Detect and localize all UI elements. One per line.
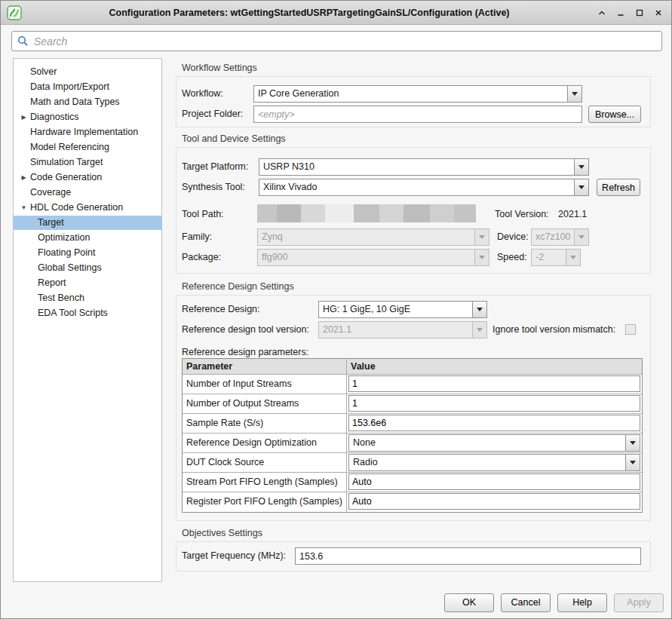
sidebar-item-eda-tool-scripts[interactable]: EDA Tool Scripts (14, 306, 161, 320)
sidebar-item-label: Coverage (30, 185, 71, 200)
sidebar-item-label: Hardware Implementation (30, 125, 138, 139)
apply-button: Apply (614, 593, 664, 612)
dropdown-arrow-icon[interactable] (574, 159, 588, 175)
reference-design-dropdown-value: HG: 1 GigE, 10 GigE (319, 302, 472, 317)
sidebar-item-solver[interactable]: Solver (14, 65, 161, 79)
table-row: Register Port FIFO Length (Samples) (183, 492, 642, 512)
parameter-name: Register Port FIFO Length (Samples) (183, 492, 347, 512)
sidebar-item-code-generation[interactable]: ▶Code Generation (14, 170, 161, 185)
reference-design-label: Reference Design: (182, 301, 260, 318)
reference-design-parameters-table: Parameter Value Number of Input Streams … (182, 358, 643, 513)
synthesis-tool-dropdown[interactable]: Xilinx Vivado (259, 179, 589, 196)
family-dropdown: Zynq (257, 228, 489, 246)
ignore-tool-version-mismatch-label: Ignore tool version mismatch: (492, 321, 615, 339)
sidebar-item-model-referencing[interactable]: Model Referencing (14, 140, 161, 155)
tool-version-label: Tool Version: (495, 209, 549, 219)
package-dropdown-value: ffg900 (258, 250, 474, 265)
dropdown-arrow-icon[interactable] (567, 86, 581, 102)
workflow-dropdown[interactable]: IP Core Generation (253, 85, 582, 103)
reference-design-optimization-value: None (349, 435, 625, 451)
dropdown-arrow-icon (472, 322, 486, 338)
ok-button[interactable]: OK (444, 593, 494, 612)
expander-collapsed-icon[interactable]: ▶ (19, 110, 29, 124)
title-bar: Configuration Parameters: wtGettingStart… (1, 1, 671, 25)
package-label: Package: (182, 249, 221, 266)
sidebar-item-optimization[interactable]: Optimization (14, 231, 161, 245)
sidebar-item-label: Solver (30, 65, 57, 79)
sidebar-item-floating-point[interactable]: Floating Point (14, 246, 161, 260)
minimize-window-icon[interactable] (615, 8, 626, 18)
target-platform-dropdown[interactable]: USRP N310 (259, 158, 589, 176)
speed-dropdown: -2 (531, 249, 581, 266)
sidebar-item-label: Global Settings (38, 261, 102, 275)
family-dropdown-value: Zynq (258, 229, 474, 245)
sidebar-item-label: Test Bench (38, 291, 84, 305)
sidebar-item-label: Optimization (38, 231, 90, 245)
table-row: Number of Output Streams (183, 394, 642, 414)
parameter-name: Number of Output Streams (183, 394, 347, 413)
shade-window-icon[interactable] (597, 8, 607, 18)
sidebar-item-test-bench[interactable]: Test Bench (14, 291, 161, 305)
table-row: Number of Input Streams (183, 375, 642, 394)
sidebar-item-label: Floating Point (38, 246, 95, 260)
reference-design-optimization-dropdown[interactable]: None (348, 434, 640, 452)
parameter-name: Sample Rate (S/s) (183, 414, 347, 433)
expander-collapsed-icon[interactable]: ▶ (19, 170, 29, 185)
search-input[interactable] (29, 35, 661, 47)
workflow-dropdown-value: IP Core Generation (254, 86, 567, 102)
dropdown-arrow-icon[interactable] (472, 302, 486, 317)
device-dropdown: xc7z100 (531, 228, 589, 246)
sidebar-item-diagnostics[interactable]: ▶Diagnostics (14, 110, 161, 124)
dropdown-arrow-icon (474, 250, 489, 265)
project-folder-input[interactable] (253, 106, 582, 123)
sample-rate-input[interactable] (348, 415, 640, 431)
sidebar-item-hardware-implementation[interactable]: Hardware Implementation (14, 125, 161, 139)
refresh-button[interactable]: Refresh (597, 179, 640, 196)
stream-port-fifo-length-input[interactable] (348, 473, 640, 490)
target-platform-dropdown-value: USRP N310 (259, 159, 574, 175)
sidebar-item-label: Math and Data Types (30, 95, 120, 109)
sidebar-item-simulation-target[interactable]: Simulation Target (14, 155, 161, 170)
close-window-icon[interactable] (653, 8, 664, 18)
help-button[interactable]: Help (557, 593, 607, 612)
speed-label: Speed: (497, 249, 527, 266)
simulink-app-icon (7, 5, 22, 20)
synthesis-tool-label: Synthesis Tool: (182, 179, 245, 196)
target-frequency-label: Target Frequency (MHz): (182, 547, 286, 565)
dropdown-arrow-icon (574, 229, 588, 245)
dropdown-arrow-icon[interactable] (625, 435, 640, 451)
sidebar-item-data-import-export[interactable]: Data Import/Export (14, 80, 161, 94)
expander-expanded-icon[interactable]: ▼ (19, 201, 29, 215)
window-title: Configuration Parameters: wtGettingStart… (22, 8, 597, 18)
table-header-parameter: Parameter (183, 359, 347, 374)
objectives-settings-title: Objectives Settings (182, 528, 262, 538)
reference-design-tool-version-dropdown: 2021.1 (318, 321, 487, 339)
table-header-value: Value (347, 359, 642, 374)
cancel-button[interactable]: Cancel (501, 593, 551, 612)
dropdown-arrow-icon[interactable] (574, 179, 588, 195)
num-input-streams-input[interactable] (348, 375, 640, 392)
num-output-streams-input[interactable] (348, 395, 640, 412)
sidebar-item-hdl-code-generation[interactable]: ▼HDL Code Generation (14, 201, 161, 215)
sidebar-item-label: Model Referencing (30, 140, 109, 155)
sidebar-item-target[interactable]: Target (14, 216, 161, 230)
reference-design-dropdown[interactable]: HG: 1 GigE, 10 GigE (318, 301, 487, 318)
dropdown-arrow-icon (566, 250, 580, 265)
table-row: DUT Clock Source Radio (183, 453, 642, 473)
dut-clock-source-value: Radio (349, 455, 625, 470)
tool-device-settings-title: Tool and Device Settings (182, 133, 286, 144)
table-row: Sample Rate (S/s) (183, 414, 642, 434)
browse-button[interactable]: Browse... (588, 106, 641, 123)
dropdown-arrow-icon[interactable] (625, 455, 640, 470)
sidebar-item-global-settings[interactable]: Global Settings (14, 261, 161, 275)
maximize-window-icon[interactable] (634, 8, 645, 18)
parameter-name: DUT Clock Source (183, 453, 347, 472)
target-frequency-input[interactable] (295, 547, 641, 565)
sidebar-item-coverage[interactable]: Coverage (14, 185, 161, 200)
reference-design-tool-version-label: Reference design tool version: (182, 321, 309, 339)
dut-clock-source-dropdown[interactable]: Radio (348, 454, 640, 471)
sidebar-item-report[interactable]: Report (14, 276, 161, 290)
search-box[interactable] (11, 31, 662, 51)
sidebar-item-math-and-data-types[interactable]: Math and Data Types (14, 95, 161, 109)
register-port-fifo-length-input[interactable] (348, 493, 640, 510)
